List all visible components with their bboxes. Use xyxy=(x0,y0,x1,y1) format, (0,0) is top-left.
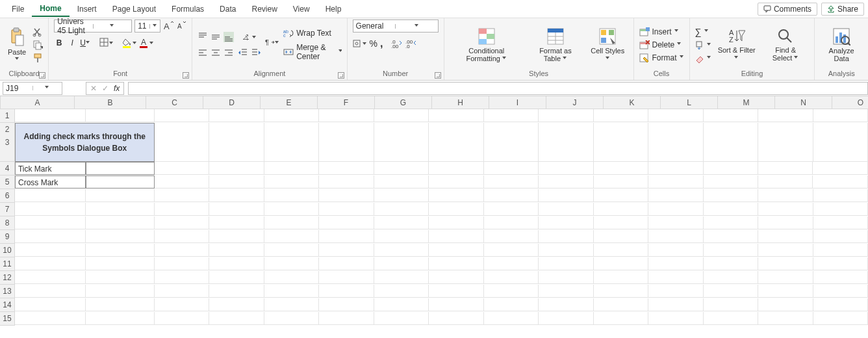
column-header[interactable]: B xyxy=(75,96,146,109)
cell[interactable] xyxy=(539,312,593,325)
fill-button[interactable] xyxy=(695,41,711,50)
cell[interactable] xyxy=(648,285,703,298)
sort-filter-button[interactable]: AZ Sort & Filter xyxy=(715,27,758,63)
cell[interactable] xyxy=(429,312,483,325)
cell[interactable] xyxy=(704,298,758,311)
cell[interactable] xyxy=(209,162,264,175)
cell[interactable] xyxy=(813,230,868,243)
cell[interactable] xyxy=(209,312,264,325)
row-header[interactable]: 7 xyxy=(0,203,15,216)
cell[interactable] xyxy=(594,298,648,311)
cell[interactable] xyxy=(758,176,813,188)
row-header[interactable]: 9 xyxy=(0,230,15,244)
row-header[interactable]: 8 xyxy=(0,216,15,230)
cell[interactable] xyxy=(264,123,320,162)
cell[interactable] xyxy=(15,230,86,243)
font-color-icon[interactable]: A xyxy=(140,38,154,48)
cell[interactable] xyxy=(429,285,483,298)
column-header[interactable]: N xyxy=(775,96,832,109)
cell[interactable] xyxy=(758,162,813,175)
cell[interactable] xyxy=(594,271,648,284)
cell[interactable] xyxy=(86,257,155,270)
cell[interactable] xyxy=(594,203,648,216)
cell[interactable] xyxy=(429,257,483,270)
tab-review[interactable]: Review xyxy=(244,2,285,16)
cell[interactable] xyxy=(813,285,868,298)
cell[interactable] xyxy=(594,257,648,270)
cell[interactable] xyxy=(594,189,648,202)
align-middle-icon[interactable] xyxy=(211,32,221,42)
cell[interactable] xyxy=(155,298,209,311)
column-header[interactable]: K xyxy=(604,96,661,109)
enter-formula-icon[interactable]: ✓ xyxy=(102,84,108,93)
cell[interactable] xyxy=(86,230,155,243)
cell[interactable] xyxy=(86,298,155,311)
cell[interactable] xyxy=(429,216,483,229)
column-header[interactable]: F xyxy=(318,96,375,109)
cell[interactable] xyxy=(648,189,703,202)
decrease-decimal-icon[interactable]: .00.0 xyxy=(405,38,417,49)
cell[interactable] xyxy=(758,189,813,202)
cell[interactable] xyxy=(704,312,758,325)
accounting-format-icon[interactable] xyxy=(353,38,367,49)
cell[interactable] xyxy=(374,298,429,311)
cell[interactable] xyxy=(264,176,319,188)
row-header[interactable]: 10 xyxy=(0,244,15,257)
cell[interactable] xyxy=(15,216,86,229)
font-family-select[interactable]: Univers 45 Light xyxy=(54,20,132,32)
cell[interactable] xyxy=(539,123,594,162)
italic-icon[interactable]: I xyxy=(67,38,77,47)
tab-home[interactable]: Home xyxy=(32,1,69,17)
cell[interactable] xyxy=(594,216,648,229)
row-header[interactable]: 12 xyxy=(0,271,15,285)
cell[interactable] xyxy=(155,216,209,229)
cell[interactable] xyxy=(319,123,374,162)
cell[interactable] xyxy=(209,189,264,202)
cell[interactable] xyxy=(155,109,209,122)
column-header[interactable]: H xyxy=(432,96,489,109)
cell[interactable] xyxy=(319,257,374,270)
cell[interactable] xyxy=(484,216,539,229)
cell[interactable] xyxy=(648,216,703,229)
tab-file[interactable]: File xyxy=(4,2,32,16)
wrap-text-button[interactable]: abc Wrap Text xyxy=(283,29,331,38)
cell[interactable] xyxy=(155,176,209,188)
cell[interactable] xyxy=(264,189,319,202)
cell[interactable] xyxy=(484,176,539,188)
cell[interactable] xyxy=(539,176,593,188)
cell[interactable] xyxy=(86,285,155,298)
cell[interactable] xyxy=(813,123,869,162)
cell[interactable] xyxy=(594,312,648,325)
cell[interactable] xyxy=(539,162,593,175)
cell[interactable] xyxy=(704,176,758,188)
cell[interactable] xyxy=(813,298,868,311)
cell[interactable] xyxy=(758,203,813,216)
align-right-icon[interactable] xyxy=(223,47,234,58)
cell[interactable] xyxy=(264,285,319,298)
cell[interactable] xyxy=(758,285,813,298)
align-center-icon[interactable] xyxy=(211,47,221,58)
tab-formulas[interactable]: Formulas xyxy=(164,2,212,16)
column-header[interactable]: L xyxy=(661,96,718,109)
cell[interactable] xyxy=(209,257,264,270)
cell[interactable] xyxy=(813,257,868,270)
cell[interactable] xyxy=(484,257,539,270)
cell[interactable] xyxy=(319,189,374,202)
row-header[interactable]: 15 xyxy=(0,312,15,326)
cell[interactable] xyxy=(209,298,264,311)
column-header[interactable]: D xyxy=(203,96,261,109)
cell[interactable] xyxy=(264,312,319,325)
cell[interactable] xyxy=(813,189,868,202)
cell[interactable] xyxy=(155,162,209,175)
comments-button[interactable]: Comments xyxy=(758,3,817,16)
cell[interactable] xyxy=(758,230,813,243)
cell[interactable] xyxy=(209,203,264,216)
cell[interactable] xyxy=(86,203,155,216)
cell[interactable] xyxy=(86,189,155,202)
row-header[interactable]: 23 xyxy=(0,123,15,162)
cell[interactable] xyxy=(758,312,813,325)
cell[interactable] xyxy=(429,203,483,216)
clear-button[interactable] xyxy=(695,54,711,63)
cell[interactable] xyxy=(86,216,155,229)
cell[interactable] xyxy=(594,285,648,298)
